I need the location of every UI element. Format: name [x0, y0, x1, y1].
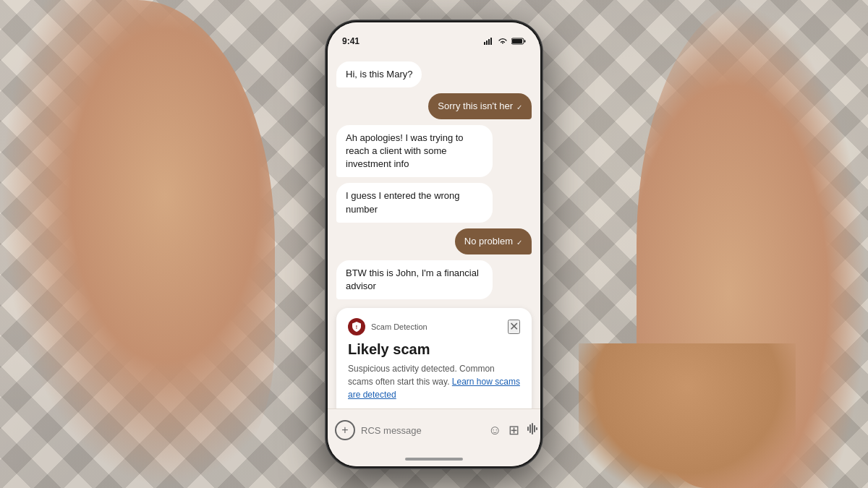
scam-icon: ! — [348, 318, 365, 335]
svg-rect-8 — [527, 427, 529, 431]
shield-icon: ! — [352, 322, 361, 332]
home-bar — [405, 458, 463, 461]
svg-rect-9 — [529, 424, 531, 433]
message-sent-2: Sorry this isn't her ✓ — [428, 93, 532, 119]
scam-description: Suspicious activity detected. Common sca… — [348, 362, 520, 401]
status-icons — [484, 38, 526, 45]
svg-rect-5 — [512, 39, 522, 43]
home-indicator — [328, 452, 540, 466]
svg-text:!: ! — [356, 325, 357, 330]
svg-rect-1 — [486, 40, 488, 45]
scam-close-button[interactable]: ✕ — [508, 320, 520, 334]
phone-wrapper: 9:41 — [326, 20, 542, 468]
waveform-icon — [527, 422, 540, 435]
svg-rect-6 — [524, 40, 526, 42]
scam-heading: Likely scam — [348, 341, 520, 358]
image-button[interactable]: ⊞ — [509, 422, 519, 438]
message-received-3: Ah apologies! I was trying to reach a cl… — [336, 125, 493, 178]
message-received-6: BTW this is John, I'm a financial adviso… — [336, 260, 493, 299]
svg-rect-0 — [484, 42, 485, 45]
wifi-icon — [498, 38, 508, 45]
hand-bottom — [579, 343, 796, 488]
emoji-button[interactable]: ☺ — [488, 423, 501, 438]
input-bar: + ☺ ⊞ — [328, 408, 540, 452]
svg-rect-2 — [488, 39, 490, 45]
message-received-4: I guess I entered the wrong number — [336, 183, 493, 222]
message-received-1: Hi, is this Mary? — [336, 61, 422, 87]
phone-frame: 9:41 — [326, 20, 542, 468]
chat-area: Hi, is this Mary? Sorry this isn't her ✓… — [328, 54, 540, 408]
add-attachment-button[interactable]: + — [335, 420, 355, 440]
status-bar: 9:41 — [328, 22, 540, 54]
message-sent-5: No problem ✓ — [455, 228, 532, 254]
svg-rect-10 — [532, 423, 533, 435]
scam-card-header: ! Scam Detection ✕ — [348, 318, 520, 335]
battery-icon — [511, 38, 526, 45]
phone-screen: 9:41 — [328, 22, 540, 466]
signal-icon — [484, 38, 494, 45]
hand-left — [0, 0, 275, 488]
message-input[interactable] — [361, 425, 482, 436]
svg-rect-3 — [490, 38, 492, 45]
voice-button[interactable] — [527, 422, 540, 438]
scam-label: Scam Detection — [371, 322, 427, 331]
status-time: 9:41 — [342, 36, 359, 46]
check-mark: ✓ — [516, 103, 522, 113]
scam-title-row: ! Scam Detection — [348, 318, 427, 335]
check-mark-2: ✓ — [516, 238, 522, 248]
input-icons: ☺ ⊞ — [488, 422, 540, 438]
scam-detection-card: ! Scam Detection ✕ Likely scam Suspiciou… — [336, 308, 532, 408]
svg-rect-11 — [534, 425, 535, 432]
svg-rect-12 — [536, 427, 537, 430]
